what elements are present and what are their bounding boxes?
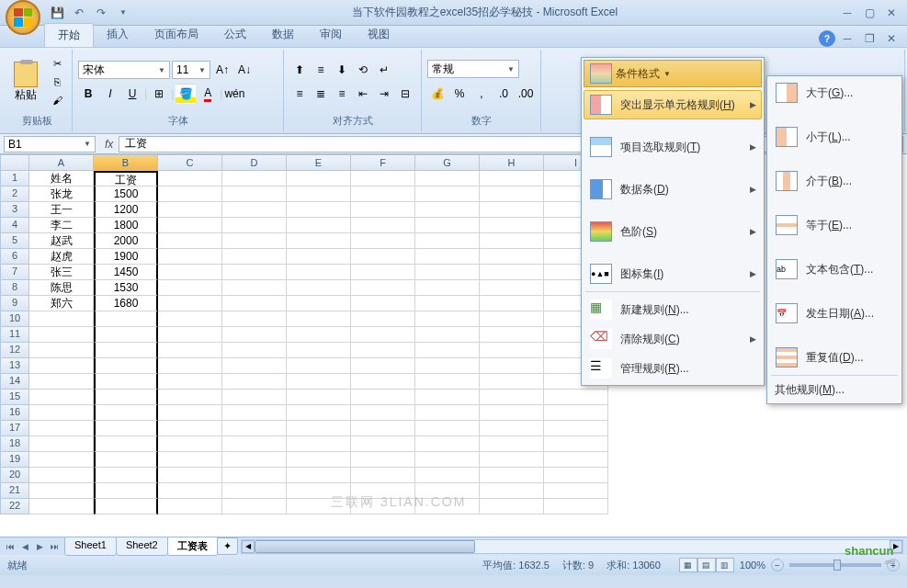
cell-H16[interactable] — [480, 405, 544, 421]
ribbon-tab-4[interactable]: 数据 — [259, 23, 307, 47]
align-bottom-icon[interactable]: ⬇ — [332, 60, 352, 80]
fx-icon[interactable]: fx — [99, 138, 119, 151]
ribbon-tab-0[interactable]: 开始 — [44, 23, 94, 47]
comma-icon[interactable]: , — [471, 84, 492, 104]
col-header-E[interactable]: E — [287, 154, 351, 171]
cell-A3[interactable]: 王一 — [29, 202, 94, 218]
cell-D18[interactable] — [222, 436, 287, 452]
cf-item-iconset[interactable]: ●▲■图标集(I)▶ — [584, 259, 762, 288]
col-header-B[interactable]: B — [94, 154, 158, 171]
new-sheet-button[interactable]: ✦ — [217, 537, 238, 555]
cell-G13[interactable] — [415, 358, 480, 374]
align-center-icon[interactable]: ≣ — [311, 84, 331, 104]
sheet-first-icon[interactable]: ⏮ — [4, 540, 17, 553]
cell-H11[interactable] — [480, 327, 544, 343]
cf-item-colorscale[interactable]: 色阶(S)▶ — [584, 217, 762, 246]
cell-E16[interactable] — [287, 405, 351, 421]
cell-F9[interactable] — [351, 296, 415, 311]
font-size-combo[interactable]: 11▼ — [172, 61, 210, 79]
ribbon-tab-3[interactable]: 公式 — [211, 23, 259, 47]
currency-icon[interactable]: 💰 — [427, 84, 448, 104]
cell-B3[interactable]: 1200 — [94, 202, 158, 218]
cell-C17[interactable] — [158, 421, 222, 436]
wrap-text-icon[interactable]: ↵ — [374, 60, 394, 80]
cell-H4[interactable] — [480, 218, 544, 233]
cf-item-highlight[interactable]: 突出显示单元格规则(H)▶ — [584, 90, 762, 119]
ribbon-tab-2[interactable]: 页面布局 — [142, 23, 211, 47]
zoom-in-icon[interactable]: + — [887, 559, 900, 571]
cell-H14[interactable] — [480, 374, 544, 390]
cf-manage-manage[interactable]: ☰管理规则(R)... — [584, 354, 762, 383]
cell-F1[interactable] — [351, 171, 415, 187]
cell-H12[interactable] — [480, 343, 544, 358]
cell-A17[interactable] — [29, 421, 94, 436]
increase-decimal-icon[interactable]: .0 — [493, 84, 514, 104]
cell-B5[interactable]: 2000 — [94, 233, 158, 249]
row-header[interactable]: 16 — [0, 405, 29, 421]
cell-B19[interactable] — [94, 452, 158, 468]
hscroll-thumb[interactable] — [255, 540, 475, 553]
normal-view-icon[interactable]: ▦ — [679, 558, 697, 572]
cell-H13[interactable] — [480, 358, 544, 374]
cell-D8[interactable] — [222, 280, 287, 296]
cell-G10[interactable] — [415, 311, 480, 327]
horizontal-scrollbar[interactable]: ◀ ▶ — [241, 539, 903, 554]
page-layout-view-icon[interactable]: ▤ — [697, 558, 716, 572]
hl-item-dup[interactable]: 重复值(D)... — [769, 343, 900, 372]
underline-button[interactable]: U — [122, 84, 142, 104]
cell-D2[interactable] — [222, 187, 287, 202]
cell-E9[interactable] — [287, 296, 351, 311]
cell-G11[interactable] — [415, 327, 480, 343]
decrease-indent-icon[interactable]: ⇤ — [353, 84, 373, 104]
cell-C20[interactable] — [158, 468, 222, 483]
col-header-D[interactable]: D — [222, 154, 287, 171]
cell-D14[interactable] — [222, 374, 287, 390]
cell-G14[interactable] — [415, 374, 480, 390]
cell-D16[interactable] — [222, 405, 287, 421]
cell-D3[interactable] — [222, 202, 287, 218]
cell-G4[interactable] — [415, 218, 480, 233]
cell-B12[interactable] — [94, 343, 158, 358]
cell-G1[interactable] — [415, 171, 480, 187]
zoom-level[interactable]: 100% — [740, 560, 765, 571]
cell-G18[interactable] — [415, 436, 480, 452]
cell-F3[interactable] — [351, 202, 415, 218]
fill-color-icon[interactable]: 🪣 — [176, 84, 196, 104]
cell-E22[interactable] — [287, 499, 351, 514]
sheet-tab-0[interactable]: Sheet1 — [64, 537, 117, 556]
zoom-out-icon[interactable]: − — [771, 559, 784, 571]
cell-C4[interactable] — [158, 218, 222, 233]
increase-font-icon[interactable]: A↑ — [212, 60, 232, 80]
cell-A8[interactable]: 陈思 — [29, 280, 94, 296]
row-header[interactable]: 13 — [0, 358, 29, 374]
row-header[interactable]: 19 — [0, 452, 29, 468]
cell-F22[interactable] — [351, 499, 415, 514]
merge-icon[interactable]: ⊟ — [395, 84, 415, 104]
row-header[interactable]: 2 — [0, 187, 29, 202]
cell-G12[interactable] — [415, 343, 480, 358]
workbook-restore-icon[interactable]: ❐ — [859, 30, 879, 47]
scroll-left-icon[interactable]: ◀ — [242, 540, 255, 553]
cell-D5[interactable] — [222, 233, 287, 249]
cell-B4[interactable]: 1800 — [94, 218, 158, 233]
cell-A19[interactable] — [29, 452, 94, 468]
save-icon[interactable]: 💾 — [48, 4, 66, 22]
number-format-combo[interactable]: 常规▼ — [427, 60, 519, 78]
row-header[interactable]: 3 — [0, 202, 29, 218]
align-top-icon[interactable]: ⬆ — [289, 60, 310, 80]
cell-G2[interactable] — [415, 187, 480, 202]
cell-C19[interactable] — [158, 452, 222, 468]
align-middle-icon[interactable]: ≡ — [311, 60, 331, 80]
cell-B22[interactable] — [94, 499, 158, 514]
cell-I19[interactable] — [544, 452, 608, 468]
sheet-last-icon[interactable]: ⏭ — [48, 540, 61, 553]
cell-G3[interactable] — [415, 202, 480, 218]
col-header-H[interactable]: H — [480, 154, 544, 171]
cell-G19[interactable] — [415, 452, 480, 468]
cell-C7[interactable] — [158, 265, 222, 280]
row-header[interactable]: 12 — [0, 343, 29, 358]
cell-A13[interactable] — [29, 358, 94, 374]
cell-B7[interactable]: 1450 — [94, 265, 158, 280]
cell-C1[interactable] — [158, 171, 222, 187]
row-header[interactable]: 15 — [0, 390, 29, 405]
